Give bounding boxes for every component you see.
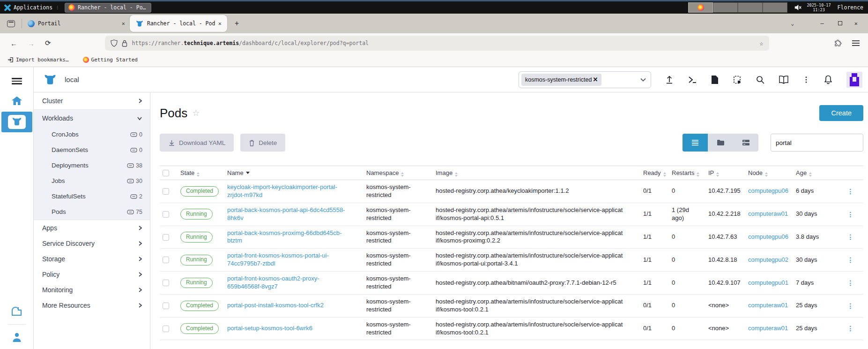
window-list-item[interactable] — [763, 2, 787, 13]
kebab-menu-icon[interactable]: ⋮ — [802, 75, 810, 84]
tab-close-icon[interactable]: ✕ — [122, 20, 125, 27]
menu-icon[interactable] — [852, 39, 860, 47]
sidebar-item-workloads[interactable]: Workloads — [34, 110, 150, 127]
kubectl-shell-icon[interactable] — [688, 75, 697, 84]
col-header-name[interactable]: Name — [224, 166, 364, 180]
pod-name-link[interactable]: portal-post-install-kosmos-tool-crfk2 — [224, 294, 364, 317]
row-checkbox[interactable] — [163, 280, 169, 286]
download-yaml-button[interactable]: Download YAML — [160, 134, 234, 152]
col-header-namespace[interactable]: Namespace — [364, 166, 433, 180]
row-checkbox[interactable] — [163, 234, 169, 241]
bookmark-import[interactable]: Import bookmarks… — [7, 57, 69, 63]
import-yaml-icon[interactable] — [665, 75, 674, 84]
pod-name-link[interactable]: portal-front-kosmos-kosmos-portal-ui-74c… — [224, 249, 364, 272]
extensions-icon[interactable] — [834, 39, 842, 47]
row-actions-kebab-icon[interactable]: ⋮ — [838, 180, 863, 203]
search-icon[interactable] — [756, 75, 765, 84]
forward-icon[interactable]: → — [28, 39, 35, 47]
pod-node-link[interactable]: computeraw01 — [745, 294, 793, 317]
home-icon[interactable] — [11, 96, 22, 106]
col-header-ready[interactable]: Ready — [640, 166, 669, 180]
back-icon[interactable]: ← — [10, 39, 17, 47]
tab-rancher[interactable]: Rancher - local - Pod ✕ — [130, 15, 227, 32]
row-actions-kebab-icon[interactable]: ⋮ — [838, 317, 863, 340]
user-menu[interactable]: Florence — [838, 4, 868, 11]
maximize-icon[interactable] — [838, 20, 842, 27]
sidebar-group[interactable]: More Resources — [34, 297, 150, 313]
sidebar-group[interactable]: Service Discovery — [34, 235, 150, 251]
pod-node-link[interactable]: computeraw01 — [745, 203, 793, 226]
row-actions-kebab-icon[interactable]: ⋮ — [838, 249, 863, 272]
window-list-item-active[interactable] — [688, 2, 713, 13]
applications-menu[interactable]: Applications — [14, 4, 52, 11]
col-header-restarts[interactable]: Restarts — [669, 166, 705, 180]
pod-node-link[interactable]: computegpu02 — [745, 249, 793, 272]
taskbar-window-button[interactable]: Rancher - local - Po… — [65, 3, 151, 13]
rail-item-cluster-explorer-active[interactable] — [1, 112, 32, 132]
sidebar-group[interactable]: Storage — [34, 251, 150, 266]
col-header-image[interactable]: Image — [433, 166, 640, 180]
sidebar-subitem[interactable]: DaemonSets 0 — [34, 142, 150, 158]
grid-view-button[interactable] — [733, 134, 758, 152]
row-actions-kebab-icon[interactable]: ⋮ — [838, 226, 863, 249]
pod-node-link[interactable]: computegpu01 — [745, 272, 793, 295]
row-actions-kebab-icon[interactable]: ⋮ — [838, 294, 863, 317]
bookmark-getting-started[interactable]: Getting Started — [83, 57, 138, 63]
lock-icon[interactable] — [122, 40, 127, 47]
row-actions-kebab-icon[interactable]: ⋮ — [838, 272, 863, 295]
cluster-management-icon[interactable] — [11, 305, 23, 317]
namespace-filter[interactable]: kosmos-system-restricted ✕ — [519, 71, 651, 88]
url-bar[interactable]: https://rancher.technique.artemis/dashbo… — [105, 36, 769, 51]
sidebar-subitem[interactable]: Pods 75 — [34, 204, 150, 220]
row-checkbox[interactable] — [163, 211, 169, 218]
tab-portail[interactable]: Portail ✕ — [22, 14, 130, 33]
folder-view-button[interactable] — [708, 134, 733, 152]
select-all-checkbox[interactable] — [163, 170, 169, 176]
filter-input[interactable] — [771, 134, 863, 152]
col-header-age[interactable]: Age — [793, 166, 838, 180]
col-header-ip[interactable]: IP — [705, 166, 745, 180]
window-list-item[interactable] — [738, 2, 763, 13]
main-menu-icon[interactable] — [12, 76, 22, 86]
sidebar-subitem[interactable]: Jobs 30 — [34, 173, 150, 189]
pod-name-link[interactable]: keycloak-import-keycloakimporter-portal-… — [224, 180, 364, 203]
view-yaml-icon[interactable] — [711, 75, 719, 84]
sidebar-group[interactable]: Monitoring — [34, 282, 150, 297]
sidebar-subitem[interactable]: CronJobs 0 — [34, 127, 150, 142]
row-checkbox[interactable] — [163, 257, 169, 263]
namespace-chip[interactable]: kosmos-system-restricted ✕ — [521, 74, 601, 86]
reload-icon[interactable]: ⟳ — [45, 39, 51, 47]
user-avatar[interactable] — [846, 72, 862, 88]
tab-close-icon[interactable]: ✕ — [218, 20, 222, 27]
shield-icon[interactable] — [111, 39, 118, 47]
favorite-star-icon[interactable]: ☆ — [192, 108, 200, 118]
row-checkbox[interactable] — [163, 188, 169, 195]
cluster-name[interactable]: local — [65, 76, 79, 83]
list-tabs-icon[interactable]: ⌄ — [791, 20, 794, 27]
pod-name-link[interactable]: portal-front-kosmos-oauth2-proxy-659b465… — [224, 272, 364, 295]
sidebar-item-cluster[interactable]: Cluster — [34, 92, 150, 109]
pod-node-link[interactable]: computegpu06 — [745, 226, 793, 249]
row-checkbox[interactable] — [163, 326, 169, 332]
create-button[interactable]: Create — [819, 105, 863, 121]
row-checkbox[interactable] — [163, 303, 169, 309]
window-list-item[interactable] — [713, 2, 738, 13]
pod-name-link[interactable]: portal-back-kosmos-proximg-66dbd645cb-bt… — [224, 226, 364, 249]
row-actions-kebab-icon[interactable]: ⋮ — [838, 203, 863, 226]
bookmark-star-icon[interactable]: ☆ — [759, 39, 763, 47]
clock[interactable]: 2025-10-17 11:23 — [807, 3, 831, 12]
volume-muted-icon[interactable] — [794, 4, 802, 11]
minimize-icon[interactable]: — — [821, 20, 824, 27]
sidebar-group[interactable]: Policy — [34, 266, 150, 282]
user-icon[interactable] — [11, 332, 22, 342]
sidebar-group[interactable]: Apps — [34, 220, 150, 235]
sidebar-subitem[interactable]: StatefulSets 2 — [34, 189, 150, 204]
pod-name-link[interactable]: portal-back-kosmos-portal-api-6dc4cd5558… — [224, 203, 364, 226]
docs-icon[interactable] — [779, 75, 789, 84]
chip-remove-icon[interactable]: ✕ — [593, 76, 598, 83]
pod-node-link[interactable]: computeraw01 — [745, 317, 793, 340]
notifications-bell-icon[interactable] — [823, 75, 833, 84]
close-window-icon[interactable]: ✕ — [854, 20, 858, 27]
pod-node-link[interactable]: computegpu06 — [745, 180, 793, 203]
firefox-view-icon[interactable] — [7, 20, 15, 27]
